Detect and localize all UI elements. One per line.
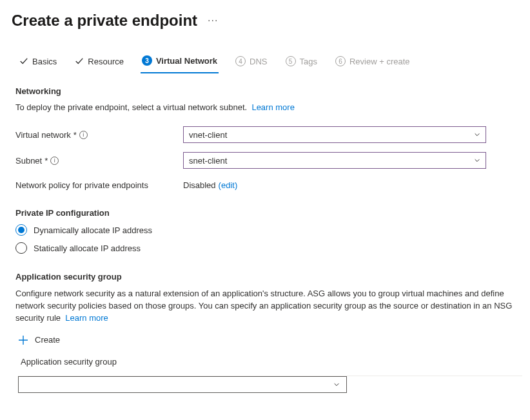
radio-icon <box>15 224 27 236</box>
step-number-icon: 3 <box>142 55 152 66</box>
tab-dns[interactable]: 4 DNS <box>234 53 268 73</box>
asg-create-button[interactable]: Create <box>18 335 526 345</box>
vnet-label-text: Virtual network <box>15 130 71 140</box>
asg-heading: Application security group <box>15 272 526 282</box>
subnet-label-text: Subnet <box>15 156 42 166</box>
required-indicator: * <box>74 130 77 140</box>
chevron-down-icon <box>333 381 340 388</box>
step-number-icon: 5 <box>286 56 296 66</box>
tab-basics[interactable]: Basics <box>18 53 58 73</box>
step-number-icon: 4 <box>235 56 246 66</box>
tab-review-label: Review + create <box>349 57 410 66</box>
radio-dynamic-ip[interactable]: Dynamically allocate IP address <box>15 224 526 236</box>
chevron-down-icon <box>474 131 480 138</box>
radio-static-label: Statically allocate IP address <box>34 243 141 253</box>
chevron-down-icon <box>474 157 480 164</box>
vnet-label: Virtual network * i <box>15 130 183 140</box>
radio-static-ip[interactable]: Statically allocate IP address <box>15 242 526 254</box>
check-icon <box>75 57 84 66</box>
asg-desc: Configure network security as a natural … <box>15 288 522 325</box>
wizard-tabs: Basics Resource 3 Virtual Network 4 DNS … <box>12 53 526 73</box>
networking-desc: To deploy the private endpoint, select a… <box>15 102 526 112</box>
required-indicator: * <box>44 156 48 166</box>
tab-virtual-network[interactable]: 3 Virtual Network <box>141 53 219 73</box>
networking-desc-text: To deploy the private endpoint, select a… <box>15 102 247 112</box>
vnet-select-value: vnet-client <box>189 130 227 140</box>
vnet-select[interactable]: vnet-client <box>183 126 486 143</box>
tab-resource[interactable]: Resource <box>74 53 125 73</box>
info-icon[interactable]: i <box>50 157 59 165</box>
networking-learn-more-link[interactable]: Learn more <box>251 102 294 112</box>
more-icon[interactable]: ··· <box>208 15 218 26</box>
asg-create-label: Create <box>35 335 60 345</box>
subnet-label: Subnet * i <box>15 156 183 166</box>
check-icon <box>19 57 28 66</box>
networking-heading: Networking <box>15 86 526 96</box>
policy-label: Network policy for private endpoints <box>15 180 183 190</box>
step-number-icon: 6 <box>335 56 346 66</box>
tab-resource-label: Resource <box>88 57 124 66</box>
asg-select[interactable] <box>18 376 347 393</box>
tab-tags-label: Tags <box>300 57 317 66</box>
policy-value: Disabled <box>183 180 216 190</box>
radio-icon <box>15 242 27 254</box>
tab-review-create[interactable]: 6 Review + create <box>334 53 411 73</box>
tab-dns-label: DNS <box>250 57 267 66</box>
subnet-select[interactable]: snet-client <box>183 152 486 169</box>
tab-basics-label: Basics <box>32 57 57 66</box>
ipconfig-heading: Private IP configuration <box>15 208 526 218</box>
plus-icon <box>18 335 28 345</box>
page-title: Create a private endpoint <box>12 12 197 30</box>
asg-learn-more-link[interactable]: Learn more <box>65 313 108 323</box>
info-icon[interactable]: i <box>79 131 88 139</box>
policy-edit-link[interactable]: (edit) <box>219 180 238 190</box>
asg-column-header: Application security group <box>21 357 526 367</box>
tab-vnet-label: Virtual Network <box>156 56 217 66</box>
tab-tags[interactable]: 5 Tags <box>284 53 319 73</box>
radio-dynamic-label: Dynamically allocate IP address <box>34 225 152 235</box>
subnet-select-value: snet-client <box>189 156 227 166</box>
